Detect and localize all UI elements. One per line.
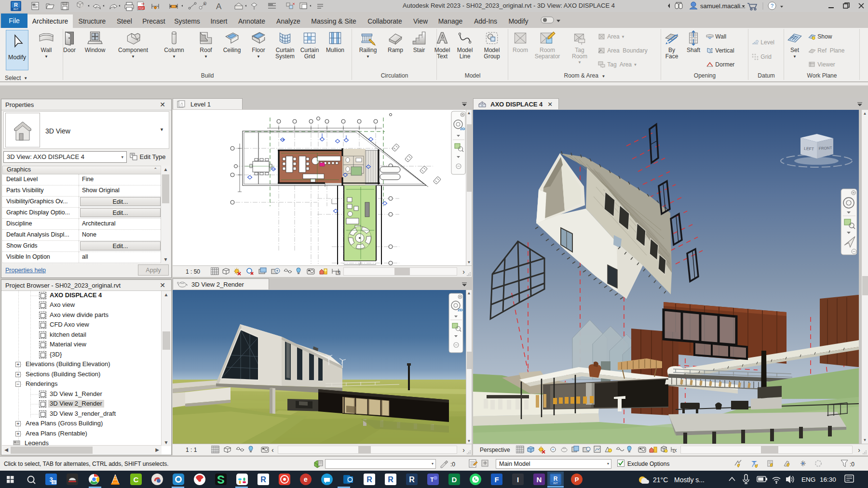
svg-text:N: N [537,475,542,484]
svg-text:I: I [517,475,519,484]
svg-text:R: R [554,475,558,482]
svg-text:P: P [575,476,579,483]
svg-text:ENG: ENG [801,476,815,483]
svg-text::0: :0 [450,461,455,468]
svg-text:R: R [409,475,415,484]
svg-text:R: R [366,475,372,484]
svg-text:R: R [260,475,266,484]
svg-text:C: C [134,475,139,484]
svg-text:Mostly s...: Mostly s... [674,476,705,484]
svg-text:2D: 2D [460,127,465,131]
svg-text:FRONT: FRONT [819,146,832,151]
svg-text:F: F [494,475,499,484]
svg-text:LEFT: LEFT [804,146,814,151]
svg-text:R: R [388,475,393,484]
svg-text:RVT: RVT [554,482,558,485]
svg-text:16:30: 16:30 [820,476,836,483]
svg-text:21°C: 21°C [653,476,668,484]
svg-text:2D: 2D [458,308,462,312]
svg-text:RVT: RVT [14,8,18,11]
svg-text:D: D [452,475,457,484]
svg-text:M: M [53,481,55,484]
svg-text:PDF: PDF [138,7,144,10]
svg-text:e: e [304,475,308,483]
svg-text::0: :0 [850,461,854,468]
svg-text:R: R [14,2,18,8]
